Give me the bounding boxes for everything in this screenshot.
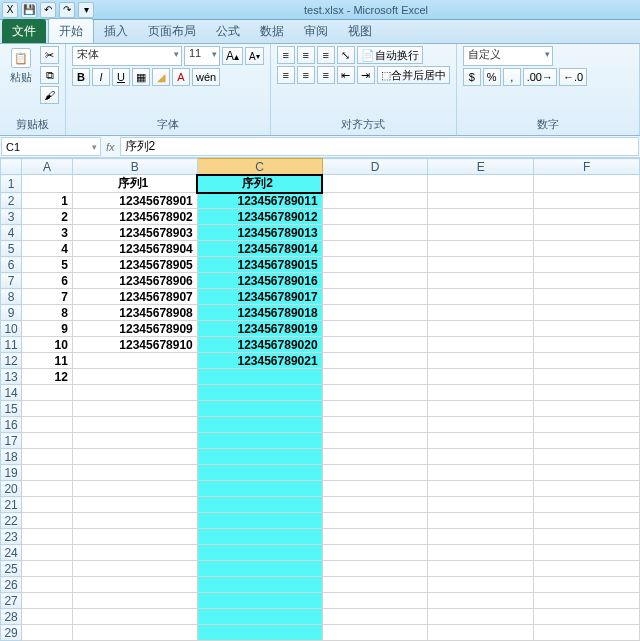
tab-home[interactable]: 开始 <box>48 18 94 43</box>
cell-D8[interactable] <box>322 289 428 305</box>
cell-F15[interactable] <box>534 401 640 417</box>
cell-B8[interactable]: 12345678907 <box>72 289 197 305</box>
font-size-select[interactable]: 11 <box>184 46 220 66</box>
cell-B9[interactable]: 12345678908 <box>72 305 197 321</box>
cell-B22[interactable] <box>72 513 197 529</box>
cell-D10[interactable] <box>322 321 428 337</box>
cell-E27[interactable] <box>428 593 534 609</box>
formula-input[interactable]: 序列2 <box>120 137 639 156</box>
cell-D20[interactable] <box>322 481 428 497</box>
cell-B5[interactable]: 12345678904 <box>72 241 197 257</box>
tab-review[interactable]: 审阅 <box>294 19 338 43</box>
align-right-icon[interactable]: ≡ <box>317 66 335 84</box>
cell-A10[interactable]: 9 <box>22 321 73 337</box>
cell-F27[interactable] <box>534 593 640 609</box>
row-header-21[interactable]: 21 <box>1 497 22 513</box>
cell-B19[interactable] <box>72 465 197 481</box>
cell-D2[interactable] <box>322 193 428 209</box>
cell-F28[interactable] <box>534 609 640 625</box>
cell-F13[interactable] <box>534 369 640 385</box>
row-header-13[interactable]: 13 <box>1 369 22 385</box>
cell-F23[interactable] <box>534 529 640 545</box>
cell-A15[interactable] <box>22 401 73 417</box>
align-middle-icon[interactable]: ≡ <box>297 46 315 64</box>
cell-D12[interactable] <box>322 353 428 369</box>
cell-D11[interactable] <box>322 337 428 353</box>
fx-icon[interactable]: fx <box>106 141 115 153</box>
cell-D26[interactable] <box>322 577 428 593</box>
save-icon[interactable]: 💾 <box>21 2 37 18</box>
cell-D5[interactable] <box>322 241 428 257</box>
cell-E21[interactable] <box>428 497 534 513</box>
cell-F25[interactable] <box>534 561 640 577</box>
tab-formulas[interactable]: 公式 <box>206 19 250 43</box>
cell-C27[interactable] <box>197 593 322 609</box>
phonetic-button[interactable]: wén <box>192 68 220 86</box>
cell-F8[interactable] <box>534 289 640 305</box>
cell-C6[interactable]: 123456789015 <box>197 257 322 273</box>
cell-C15[interactable] <box>197 401 322 417</box>
cell-C4[interactable]: 123456789013 <box>197 225 322 241</box>
increase-font-icon[interactable]: A▴ <box>222 47 243 65</box>
cell-C19[interactable] <box>197 465 322 481</box>
row-header-5[interactable]: 5 <box>1 241 22 257</box>
cell-F22[interactable] <box>534 513 640 529</box>
cell-E11[interactable] <box>428 337 534 353</box>
copy-icon[interactable]: ⧉ <box>40 66 59 84</box>
cell-F20[interactable] <box>534 481 640 497</box>
orientation-icon[interactable]: ⤡ <box>337 46 355 64</box>
cell-D3[interactable] <box>322 209 428 225</box>
cell-D15[interactable] <box>322 401 428 417</box>
cell-E6[interactable] <box>428 257 534 273</box>
cell-D18[interactable] <box>322 449 428 465</box>
row-header-23[interactable]: 23 <box>1 529 22 545</box>
cell-C25[interactable] <box>197 561 322 577</box>
cell-C28[interactable] <box>197 609 322 625</box>
cell-A17[interactable] <box>22 433 73 449</box>
cell-E3[interactable] <box>428 209 534 225</box>
cell-D29[interactable] <box>322 625 428 641</box>
paste-button[interactable]: 📋 粘贴 <box>6 46 36 87</box>
cell-E16[interactable] <box>428 417 534 433</box>
cell-D1[interactable] <box>322 175 428 193</box>
increase-indent-icon[interactable]: ⇥ <box>357 66 375 84</box>
cell-F11[interactable] <box>534 337 640 353</box>
fill-color-button[interactable]: ◢ <box>152 68 170 86</box>
cell-F21[interactable] <box>534 497 640 513</box>
cell-E22[interactable] <box>428 513 534 529</box>
row-header-22[interactable]: 22 <box>1 513 22 529</box>
cell-E7[interactable] <box>428 273 534 289</box>
cell-E13[interactable] <box>428 369 534 385</box>
row-header-24[interactable]: 24 <box>1 545 22 561</box>
cell-E1[interactable] <box>428 175 534 193</box>
row-header-29[interactable]: 29 <box>1 625 22 641</box>
cell-F10[interactable] <box>534 321 640 337</box>
cell-A18[interactable] <box>22 449 73 465</box>
row-header-6[interactable]: 6 <box>1 257 22 273</box>
cell-D16[interactable] <box>322 417 428 433</box>
align-left-icon[interactable]: ≡ <box>277 66 295 84</box>
cell-A6[interactable]: 5 <box>22 257 73 273</box>
cell-D6[interactable] <box>322 257 428 273</box>
tab-data[interactable]: 数据 <box>250 19 294 43</box>
row-header-14[interactable]: 14 <box>1 385 22 401</box>
cell-F18[interactable] <box>534 449 640 465</box>
row-header-10[interactable]: 10 <box>1 321 22 337</box>
cell-D13[interactable] <box>322 369 428 385</box>
cell-E25[interactable] <box>428 561 534 577</box>
cell-E4[interactable] <box>428 225 534 241</box>
cell-A7[interactable]: 6 <box>22 273 73 289</box>
cell-B14[interactable] <box>72 385 197 401</box>
wrap-text-button[interactable]: 📄 自动换行 <box>357 46 423 64</box>
cell-F1[interactable] <box>534 175 640 193</box>
align-top-icon[interactable]: ≡ <box>277 46 295 64</box>
cell-F5[interactable] <box>534 241 640 257</box>
cell-A2[interactable]: 1 <box>22 193 73 209</box>
col-header-B[interactable]: B <box>72 159 197 175</box>
border-button[interactable]: ▦ <box>132 68 150 86</box>
cell-A11[interactable]: 10 <box>22 337 73 353</box>
cell-E14[interactable] <box>428 385 534 401</box>
cell-C10[interactable]: 123456789019 <box>197 321 322 337</box>
cell-F26[interactable] <box>534 577 640 593</box>
cell-E15[interactable] <box>428 401 534 417</box>
